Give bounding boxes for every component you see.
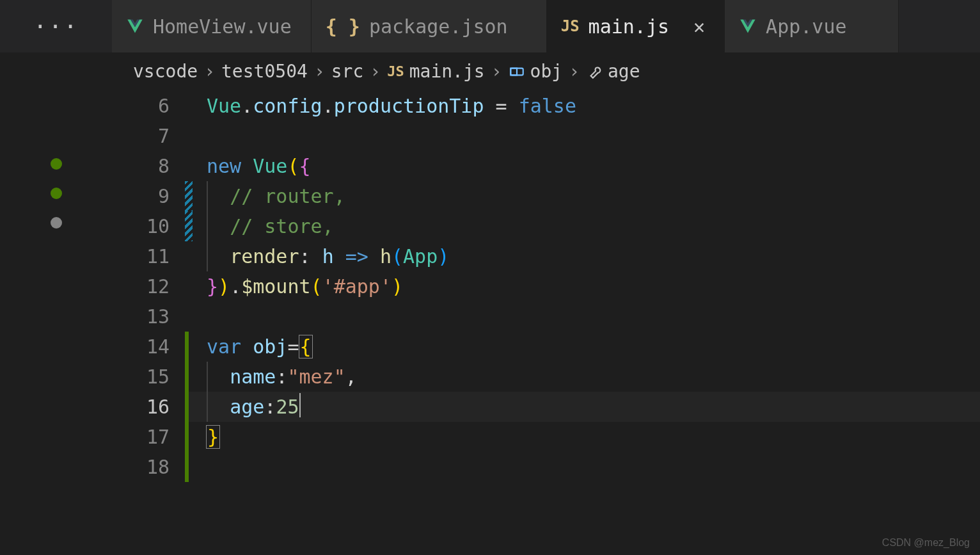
json-icon: { } (326, 15, 360, 38)
line-number: 14 (112, 332, 170, 362)
svg-rect-1 (510, 68, 517, 75)
tab-label: App.vue (766, 15, 846, 38)
code-line[interactable] (185, 121, 980, 151)
line-number: 12 (112, 271, 170, 302)
tab-app-vue[interactable]: App.vue (725, 0, 898, 52)
line-number: 17 (112, 422, 170, 452)
text-cursor (299, 393, 301, 417)
line-number: 8 (112, 151, 170, 181)
code-line[interactable] (185, 302, 980, 332)
chevron-right-icon: › (370, 61, 381, 82)
code-line[interactable]: new Vue({ (185, 151, 980, 181)
line-number: 11 (112, 241, 170, 271)
vue-icon (739, 17, 757, 35)
line-number: 10 (112, 211, 170, 241)
line-number: 15 (112, 362, 170, 392)
tab-label: package.json (369, 15, 508, 38)
tab-homeview-vue[interactable]: HomeView.vue (112, 0, 312, 52)
breadcrumb[interactable]: vscode › test0504 › src › JS main.js › o… (0, 52, 980, 91)
decoration-gutter (0, 91, 112, 555)
code-line[interactable]: var obj={ (185, 332, 980, 362)
js-icon: JS (387, 63, 404, 79)
code-line[interactable]: Vue.config.productionTip = false (185, 91, 980, 121)
close-icon[interactable]: ✕ (693, 15, 705, 38)
code-line[interactable]: // store, (185, 211, 980, 241)
chevron-right-icon: › (491, 61, 502, 82)
line-number: 16 (112, 392, 170, 422)
breadcrumb-symbol[interactable]: obj (530, 61, 563, 82)
code-line[interactable]: // router, (185, 181, 980, 211)
breakpoint-dot[interactable] (51, 158, 62, 170)
tab-package-json[interactable]: { } package.json (312, 0, 547, 52)
breadcrumb-segment[interactable]: vscode (133, 61, 198, 82)
breakpoint-dot[interactable] (51, 188, 62, 199)
breadcrumb-file[interactable]: main.js (409, 61, 485, 82)
line-number: 13 (112, 302, 170, 332)
code-line[interactable]: }).$mount('#app') (185, 271, 980, 302)
breadcrumb-symbol[interactable]: age (608, 61, 640, 82)
tab-main-js[interactable]: JS main.js ✕ (547, 0, 725, 52)
breadcrumb-segment[interactable]: test0504 (221, 61, 308, 82)
tab-label: HomeView.vue (153, 15, 292, 38)
code-content[interactable]: Vue.config.productionTip = false new Vue… (185, 91, 980, 555)
js-icon: JS (561, 17, 580, 35)
breadcrumb-segment[interactable]: src (331, 61, 364, 82)
editor-area: 6 7 8 9 10 11 12 13 14 15 16 17 18 Vue.c… (0, 91, 980, 555)
chevron-right-icon: › (314, 61, 325, 82)
variable-icon (509, 63, 525, 80)
tab-bar: ··· HomeView.vue { } package.json JS mai… (0, 0, 980, 52)
tab-label: main.js (589, 15, 669, 38)
code-line[interactable] (185, 452, 980, 482)
line-number: 6 (112, 91, 170, 121)
code-line[interactable]: name:"mez", (185, 362, 980, 392)
chevron-right-icon: › (204, 61, 215, 82)
line-number: 9 (112, 181, 170, 211)
code-line[interactable]: } (185, 422, 980, 452)
vue-icon (126, 17, 144, 35)
property-icon (586, 63, 603, 80)
line-number: 18 (112, 452, 170, 482)
watermark: CSDN @mez_Blog (882, 537, 970, 549)
code-editor[interactable]: 6 7 8 9 10 11 12 13 14 15 16 17 18 Vue.c… (112, 91, 980, 555)
line-number: 7 (112, 121, 170, 151)
breakpoint-dot[interactable] (51, 217, 62, 229)
tab-overflow-button[interactable]: ··· (0, 0, 112, 52)
line-number-gutter: 6 7 8 9 10 11 12 13 14 15 16 17 18 (112, 91, 185, 555)
code-line[interactable]: render: h => h(App) (185, 241, 980, 271)
code-line[interactable]: age:25 (185, 392, 980, 422)
chevron-right-icon: › (569, 61, 580, 82)
